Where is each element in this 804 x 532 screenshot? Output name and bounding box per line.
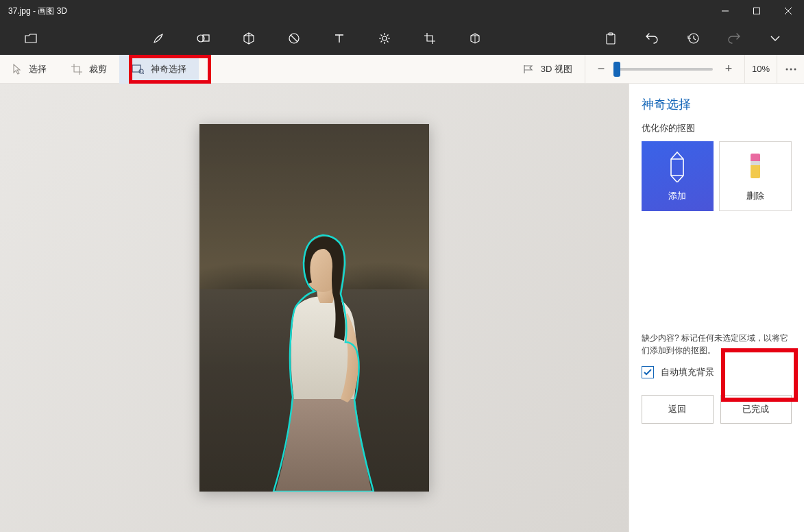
svg-point-11 (790, 68, 792, 70)
panel-hint: 缺少内容? 标记任何未选定区域，以将它们添加到你的抠图。 (642, 332, 792, 356)
main-toolbar (0, 22, 804, 55)
add-tool-card[interactable]: 添加 (642, 141, 714, 211)
zoom-out-button[interactable]: − (595, 62, 607, 76)
zoom-percent[interactable]: 10% (744, 55, 777, 84)
svg-point-4 (382, 36, 387, 40)
more-options-button[interactable] (777, 55, 804, 84)
add-label: 添加 (668, 190, 686, 202)
magic-select-label: 神奇选择 (151, 63, 186, 75)
magic-selection-outline[interactable] (252, 204, 389, 492)
window-title: 37.jpg - 画图 3D (0, 5, 67, 17)
zoom-in-button[interactable]: + (722, 62, 735, 76)
main-area: 神奇选择 优化你的抠图 添加 删除 缺少内容? 标记任何未选定区域，以将它们添加… (0, 84, 804, 532)
magic-select-icon (132, 64, 144, 74)
select-label: 选择 (29, 63, 47, 75)
checkbox-icon (642, 366, 654, 378)
svg-rect-16 (751, 161, 760, 165)
flag-icon (523, 64, 534, 74)
back-label: 返回 (668, 403, 686, 415)
brush-tool-button[interactable] (136, 22, 181, 55)
zoom-controls: − + (585, 55, 744, 84)
expand-button[interactable] (756, 22, 794, 55)
svg-rect-0 (754, 8, 760, 14)
titlebar: 37.jpg - 画图 3D (0, 0, 804, 22)
redo-button[interactable] (715, 22, 753, 55)
remove-label: 删除 (746, 190, 764, 202)
secondary-toolbar: 选择 裁剪 神奇选择 3D 视图 − + 10% (0, 55, 804, 84)
svg-rect-15 (751, 163, 760, 178)
done-button[interactable]: 已完成 (720, 395, 792, 424)
file-menu-button[interactable] (8, 22, 53, 55)
maximize-button[interactable] (741, 0, 772, 22)
autofill-checkbox[interactable]: 自动填充背景 (642, 366, 792, 378)
minimize-button[interactable] (709, 0, 741, 22)
effects-button[interactable] (362, 22, 407, 55)
library-button[interactable] (452, 22, 498, 55)
canvas-crop-button[interactable] (407, 22, 452, 55)
canvas-image[interactable] (199, 124, 429, 492)
cursor-icon (12, 64, 22, 75)
history-button[interactable] (674, 22, 712, 55)
shapes-3d-button[interactable] (226, 22, 271, 55)
remove-tool-card[interactable]: 删除 (719, 141, 792, 211)
crop-tool-button[interactable]: 裁剪 (59, 55, 119, 84)
svg-point-12 (794, 68, 796, 70)
back-button[interactable]: 返回 (642, 395, 714, 424)
eraser-icon (744, 150, 766, 183)
svg-rect-5 (607, 34, 615, 44)
refine-tools: 添加 删除 (642, 141, 792, 211)
stickers-button[interactable] (271, 22, 317, 55)
panel-actions: 返回 已完成 (642, 395, 792, 424)
svg-point-10 (785, 68, 788, 70)
pencil-add-icon (666, 150, 688, 183)
select-tool-button[interactable]: 选择 (0, 55, 59, 84)
zoom-slider-thumb[interactable] (613, 62, 620, 77)
shapes-2d-button[interactable] (181, 22, 226, 55)
close-button[interactable] (772, 0, 804, 22)
done-label: 已完成 (742, 403, 769, 415)
view-3d-button[interactable]: 3D 视图 (511, 55, 585, 84)
autofill-label: 自动填充背景 (661, 366, 714, 378)
canvas-area[interactable] (0, 84, 629, 532)
zoom-slider[interactable] (617, 68, 713, 71)
view-3d-label: 3D 视图 (541, 63, 572, 75)
panel-subtitle: 优化你的抠图 (642, 122, 792, 134)
undo-button[interactable] (633, 22, 671, 55)
paste-button[interactable] (592, 22, 630, 55)
magic-select-button[interactable]: 神奇选择 (119, 55, 199, 84)
crop-icon (71, 64, 82, 75)
window-controls (709, 0, 804, 22)
crop-label: 裁剪 (89, 63, 107, 75)
panel-title: 神奇选择 (642, 96, 792, 112)
text-tool-button[interactable] (317, 22, 362, 55)
magic-select-panel: 神奇选择 优化你的抠图 添加 删除 缺少内容? 标记任何未选定区域，以将它们添加… (629, 84, 804, 532)
